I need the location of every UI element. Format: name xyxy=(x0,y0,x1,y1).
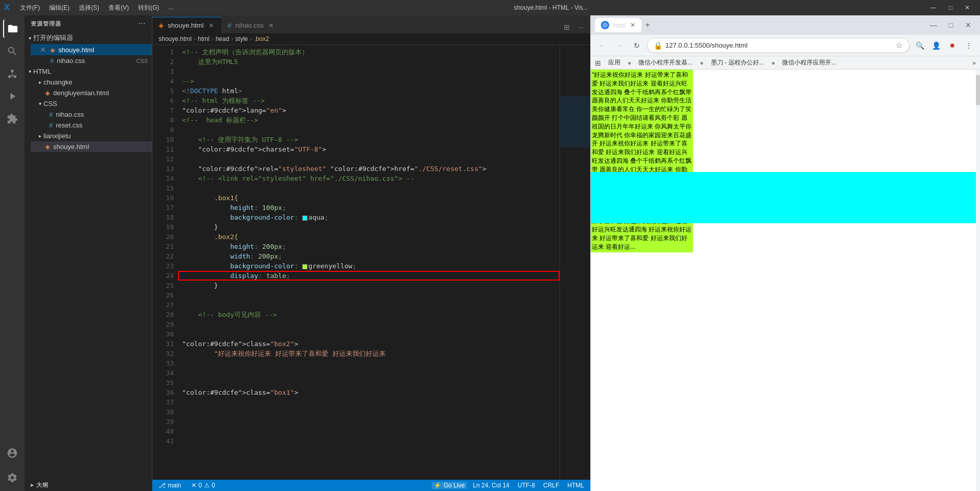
activity-search[interactable] xyxy=(3,42,21,60)
breadcrumb-file[interactable]: shouye.html xyxy=(159,35,192,42)
split-editor-button[interactable]: ⊞ xyxy=(562,21,572,33)
dengluyemian-file[interactable]: ◈ dengluyemian.html xyxy=(31,88,152,98)
breadcrumb-box2[interactable]: .box2 xyxy=(254,35,269,42)
maximize-button[interactable]: □ xyxy=(943,2,959,13)
tab-close-nihao[interactable]: ✕ xyxy=(268,22,275,29)
code-content[interactable]: <!-- 文档声明（告诉浏览器网页的版本） 这里为HTML5 --><!DOCT… xyxy=(178,45,560,480)
outline-section[interactable]: ▸ 大纲 xyxy=(25,479,152,491)
activity-settings[interactable] xyxy=(3,468,21,487)
html-folder[interactable]: ▾ HTML xyxy=(25,66,152,77)
open-editors-label: 打开的编辑器 xyxy=(33,33,73,42)
activity-run[interactable] xyxy=(3,87,21,105)
back-button[interactable]: ← xyxy=(595,38,609,53)
code-line-40 xyxy=(178,426,560,436)
code-line-8: <!-- head 标题栏--> xyxy=(178,115,560,125)
browser-scrollbar[interactable] xyxy=(976,70,980,491)
sidebar-more-button[interactable]: ··· xyxy=(138,19,146,28)
window-controls[interactable]: — □ ✕ xyxy=(924,2,976,13)
bookmark-wechat-dev[interactable]: 微信小程序开发基... xyxy=(635,57,696,68)
chevron-right-icon: ▸ xyxy=(39,133,41,139)
open-editors-section[interactable]: ▾ 打开的编辑器 xyxy=(25,32,152,44)
code-line-18: height: 100px; xyxy=(178,203,560,212)
code-line-30 xyxy=(178,319,560,329)
status-line-col[interactable]: Ln 24, Col 14 xyxy=(471,482,511,489)
status-errors[interactable]: ✕ 0 ⚠ 0 xyxy=(189,482,217,489)
sidebar-item-shouye-html[interactable]: ✕ ◈ shouye.html xyxy=(31,44,152,55)
star-icon[interactable]: ☆ xyxy=(896,40,903,50)
code-line-26: } xyxy=(178,281,560,290)
tab-nihao-css[interactable]: # nihao.css ✕ xyxy=(221,17,283,33)
sidebar-item-nihao-css[interactable]: # nihao.css CSS xyxy=(31,55,152,66)
menu-goto[interactable]: 转到(G) xyxy=(134,3,163,13)
activity-source-control[interactable] xyxy=(3,65,21,83)
new-tab-button[interactable]: + xyxy=(643,18,652,32)
status-branch[interactable]: ⎇ main xyxy=(157,482,183,489)
modao-icon: ● xyxy=(700,59,703,67)
browser-window-controls[interactable]: — □ ✕ xyxy=(926,18,976,32)
outline-label[interactable]: ▸ 大纲 xyxy=(25,479,152,491)
css-folder[interactable]: ▾ CSS xyxy=(31,98,152,109)
menu-dots-button[interactable]: ⋮ xyxy=(962,38,976,53)
browser-close-button[interactable]: ✕ xyxy=(961,18,976,32)
nihao-css-file[interactable]: # nihao.css xyxy=(31,109,152,120)
menu-view[interactable]: 查看(V) xyxy=(104,3,133,13)
sidebar: 资源管理器 ··· ▾ 打开的编辑器 ✕ ◈ shouye.html # nih… xyxy=(25,15,152,491)
breadcrumb-head[interactable]: head xyxy=(215,35,229,42)
browser-tab-close[interactable]: ✕ xyxy=(630,22,635,29)
address-bar[interactable]: 🔒 127.0.0.1:5500/shouye.html ☆ xyxy=(647,38,909,53)
profile-button[interactable]: 👤 xyxy=(929,38,943,53)
shouye-html-label: shouye.html xyxy=(53,143,89,151)
status-line-ending[interactable]: CRLF xyxy=(541,482,561,489)
code-line-24: background-color: greenyellow; xyxy=(178,261,560,271)
code-line-11: <!-- 使用字符集为 UTF-8 --> xyxy=(178,135,560,144)
browser-tab-html[interactable]: html ✕ xyxy=(595,18,641,32)
more-button[interactable]: ● xyxy=(945,38,960,53)
menu-more[interactable]: ... xyxy=(164,3,177,13)
tab-close-shouye[interactable]: ✕ xyxy=(208,22,215,29)
menu-select[interactable]: 选择(S) xyxy=(75,3,103,13)
minimap-highlight xyxy=(560,96,590,147)
tab-shouye-html[interactable]: ◈ shouye.html ✕ xyxy=(152,17,221,33)
code-editor[interactable]: 1234567891011121314151617181920212223242… xyxy=(152,45,590,480)
reload-button[interactable]: ↻ xyxy=(630,38,644,53)
browser-minimize-button[interactable]: — xyxy=(926,18,941,32)
bookmark-modao[interactable]: 墨刀 - 远程办公好... xyxy=(708,57,768,68)
status-language[interactable]: HTML xyxy=(565,482,586,489)
menu-file[interactable]: 文件(F) xyxy=(16,3,44,13)
tab-actions: ⊞ ··· xyxy=(558,21,590,33)
code-line-17: .box1{ xyxy=(178,193,560,203)
breadcrumb-html[interactable]: html xyxy=(198,35,210,42)
search-nav-button[interactable]: 🔍 xyxy=(912,38,927,53)
activity-account[interactable] xyxy=(3,446,21,464)
more-actions-button[interactable]: ··· xyxy=(576,21,586,33)
browser-bookmarks: ⊞ 应用 ● 微信小程序开发基... ● 墨刀 - 远程办公好... ● 微信小… xyxy=(591,56,980,70)
menu-edit[interactable]: 编辑(E) xyxy=(45,3,74,13)
status-encoding[interactable]: UTF-8 xyxy=(516,482,537,489)
title-bar: X 文件(F) 编辑(E) 选择(S) 查看(V) 转到(G) ... shou… xyxy=(0,0,980,15)
minimize-button[interactable]: — xyxy=(924,2,943,13)
activity-explorer[interactable] xyxy=(3,19,21,38)
reset-css-file[interactable]: # reset.css xyxy=(31,120,152,131)
sidebar-header: 资源管理器 ··· xyxy=(25,15,152,32)
bookmarks-more-button[interactable]: » xyxy=(972,59,976,67)
breadcrumb-style[interactable]: style xyxy=(235,35,248,42)
svg-point-0 xyxy=(11,70,14,73)
shouye-html-file[interactable]: ◈ shouye.html xyxy=(31,141,152,152)
scrollbar-thumb[interactable] xyxy=(976,75,980,105)
code-line-34 xyxy=(178,358,560,368)
forward-button[interactable]: → xyxy=(612,38,627,53)
activity-extensions[interactable] xyxy=(3,110,21,128)
lianxijietu-label: lianxijietu xyxy=(43,132,71,140)
code-line-21: .box2{ xyxy=(178,232,560,242)
code-line-35 xyxy=(178,368,560,378)
menu-bar[interactable]: 文件(F) 编辑(E) 选择(S) 查看(V) 转到(G) ... xyxy=(16,3,178,13)
browser-maximize-button[interactable]: □ xyxy=(943,18,959,32)
lianxijietu-folder[interactable]: ▸ lianxijietu xyxy=(31,131,152,141)
status-live-server[interactable]: ⚡ Go Live xyxy=(432,482,466,489)
chuangke-folder[interactable]: ▸ chuangke xyxy=(31,77,152,88)
bookmark-wechat-app[interactable]: 微信小程序应用开... xyxy=(779,57,839,68)
close-button[interactable]: ✕ xyxy=(959,2,976,13)
bookmark-apps[interactable]: 应用 xyxy=(605,57,623,68)
close-icon[interactable]: ✕ xyxy=(39,46,47,54)
breadcrumb: shouye.html › html › head › style › .box… xyxy=(152,33,590,45)
